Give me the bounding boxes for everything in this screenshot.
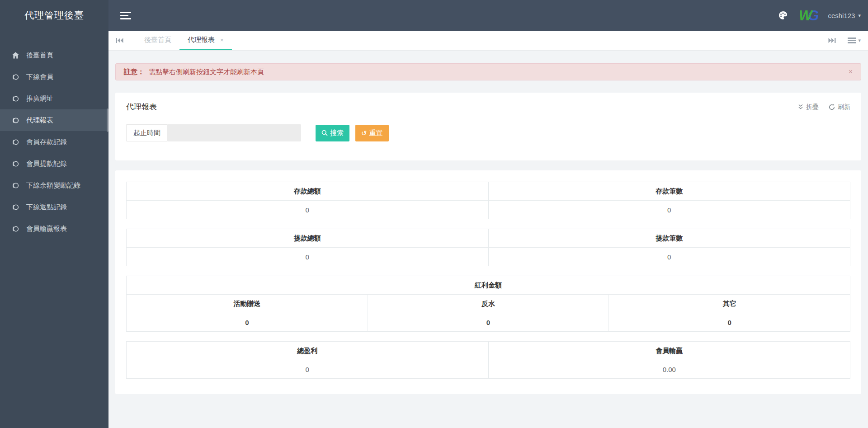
reset-button-label: 重置	[369, 129, 383, 137]
brand-logo: WG	[799, 9, 819, 23]
refresh-icon	[829, 104, 835, 110]
table-header: 存款筆數	[488, 182, 850, 201]
sidebar-item-agent-report[interactable]: 代理報表	[0, 109, 108, 131]
circle-icon	[12, 203, 19, 211]
sidebar-item-member-withdraw-records[interactable]: 會員提款記錄	[0, 153, 108, 174]
report-table-bonus: 紅利金額活動贈送反水其它000	[126, 276, 850, 332]
alert-prefix: 註意：	[124, 68, 144, 76]
sidebar-item-label: 後臺首頁	[26, 51, 53, 60]
table-value: 0	[127, 248, 489, 266]
date-range-label: 起止時間	[126, 124, 167, 141]
sidebar-item-label: 下線余額變動記錄	[26, 181, 80, 190]
sidebar-item-downline-balance-change-records[interactable]: 下線余額變動記錄	[0, 174, 108, 196]
report-table-profit: 總盈利會員輸贏00.00	[126, 341, 850, 379]
top-navbar: WG ceshi123 ▾	[108, 0, 868, 31]
tab-label: 後臺首頁	[144, 36, 171, 44]
table-value: 0	[609, 313, 850, 332]
report-tables-panel: 存款總額存款筆數00提款總額提款筆數00紅利金額活動贈送反水其它000總盈利會員…	[115, 170, 861, 394]
tabbar-right: ▾	[828, 37, 868, 45]
panel-tools: 折疊 刷新	[788, 103, 850, 111]
circle-icon	[12, 160, 19, 168]
table-header: 提款筆數	[488, 229, 850, 248]
circle-icon	[12, 138, 19, 146]
chevron-down-icon: ▾	[858, 13, 861, 19]
notice-alert: 註意： 需點擊右側刷新按鈕文字才能刷新本頁 ×	[115, 63, 861, 80]
sidebar-item-label: 推廣網址	[26, 94, 53, 103]
table-value: 0	[127, 313, 368, 332]
sidebar-item-downline-rebate-records[interactable]: 下線返點記錄	[0, 196, 108, 218]
table-value: 0	[488, 248, 850, 266]
date-range-input[interactable]	[167, 124, 301, 141]
sidebar-item-label: 下線返點記錄	[26, 203, 67, 212]
reset-icon: ↺	[361, 130, 367, 136]
table-header: 會員輸贏	[488, 342, 850, 360]
alert-message: 需點擊右側刷新按鈕文字才能刷新本頁	[149, 68, 264, 76]
date-range-group: 起止時間	[126, 124, 301, 141]
circle-icon	[12, 117, 19, 124]
navbar-right: WG ceshi123 ▾	[778, 9, 868, 23]
panel-title: 代理報表	[126, 102, 157, 112]
search-button-label: 搜索	[330, 129, 344, 137]
collapse-label: 折疊	[806, 103, 819, 111]
tab-bar: 後臺首頁代理報表× ▾	[108, 31, 868, 51]
refresh-label: 刷新	[838, 103, 850, 111]
report-table-withdraw: 提款總額提款筆數00	[126, 229, 850, 266]
brand-logo-w: W	[799, 8, 812, 24]
search-button[interactable]: 搜索	[316, 125, 349, 141]
sidebar-item-member-deposit-records[interactable]: 會員存款記錄	[0, 131, 108, 153]
circle-icon	[12, 182, 19, 189]
home-icon	[12, 52, 19, 59]
table-header: 反水	[368, 295, 609, 313]
sidebar-toggle-icon[interactable]	[120, 10, 131, 21]
tab-label: 代理報表	[188, 36, 215, 44]
table-value: 0	[368, 313, 609, 332]
tabs-scroll-first-icon[interactable]	[116, 38, 123, 43]
username: ceshi123	[828, 12, 855, 19]
sidebar-item-promo-url[interactable]: 推廣網址	[0, 88, 108, 109]
table-header: 其它	[609, 295, 850, 313]
agent-report-panel: 代理報表 折疊 刷新 起止時間	[115, 93, 861, 160]
table-header: 活動贈送	[127, 295, 368, 313]
table-header: 提款總額	[127, 229, 489, 248]
tabs-scroll-last-icon[interactable]	[828, 38, 836, 43]
sidebar-item-label: 代理報表	[26, 116, 53, 125]
circle-icon	[12, 73, 19, 81]
main-content: 註意： 需點擊右側刷新按鈕文字才能刷新本頁 × 代理報表 折疊 刷新	[108, 51, 868, 428]
double-chevron-down-icon	[798, 104, 803, 110]
tab-list-menu-icon[interactable]: ▾	[848, 37, 861, 45]
theme-palette-icon[interactable]	[778, 10, 788, 20]
circle-icon	[12, 95, 19, 103]
sidebar-scrollbar[interactable]	[107, 108, 108, 132]
sidebar-item-member-winloss-report[interactable]: 會員輸贏報表	[0, 218, 108, 240]
tab-close-icon[interactable]: ×	[220, 37, 224, 43]
table-value: 0	[488, 201, 850, 219]
table-value: 0.00	[488, 360, 850, 379]
table-span-header: 紅利金額	[127, 276, 850, 295]
sidebar-item-label: 會員提款記錄	[26, 160, 67, 168]
sidebar-item-label: 會員存款記錄	[26, 138, 67, 146]
table-header: 存款總額	[127, 182, 489, 201]
circle-icon	[12, 225, 19, 233]
sidebar-item-home[interactable]: 後臺首頁	[0, 44, 108, 66]
sidebar-item-label: 下線會員	[26, 73, 53, 81]
tab-agent-report[interactable]: 代理報表×	[179, 31, 232, 50]
app-title: 代理管理後臺	[0, 0, 108, 31]
alert-close-icon[interactable]: ×	[849, 68, 853, 76]
sidebar-item-label: 會員輸贏報表	[26, 225, 67, 233]
sidebar-item-downline-members[interactable]: 下線會員	[0, 66, 108, 88]
reset-button[interactable]: ↺ 重置	[355, 125, 389, 141]
panel-header: 代理報表 折疊 刷新	[126, 102, 850, 112]
tab-home[interactable]: 後臺首頁	[136, 31, 179, 50]
table-header: 總盈利	[127, 342, 489, 360]
refresh-button[interactable]: 刷新	[829, 103, 850, 111]
tabs: 後臺首頁代理報表×	[136, 31, 232, 50]
table-value: 0	[127, 360, 489, 379]
collapse-button[interactable]: 折疊	[798, 103, 819, 111]
app-root: 代理管理後臺 後臺首頁下線會員推廣網址代理報表會員存款記錄會員提款記錄下線余額變…	[0, 0, 868, 428]
sidebar-menu: 後臺首頁下線會員推廣網址代理報表會員存款記錄會員提款記錄下線余額變動記錄下線返點…	[0, 31, 108, 240]
sidebar: 代理管理後臺 後臺首頁下線會員推廣網址代理報表會員存款記錄會員提款記錄下線余額變…	[0, 0, 108, 428]
search-form: 起止時間 搜索 ↺ 重置	[126, 124, 850, 141]
user-menu[interactable]: ceshi123 ▾	[828, 12, 861, 19]
report-table-deposit: 存款總額存款筆數00	[126, 182, 850, 219]
search-icon	[321, 130, 328, 136]
